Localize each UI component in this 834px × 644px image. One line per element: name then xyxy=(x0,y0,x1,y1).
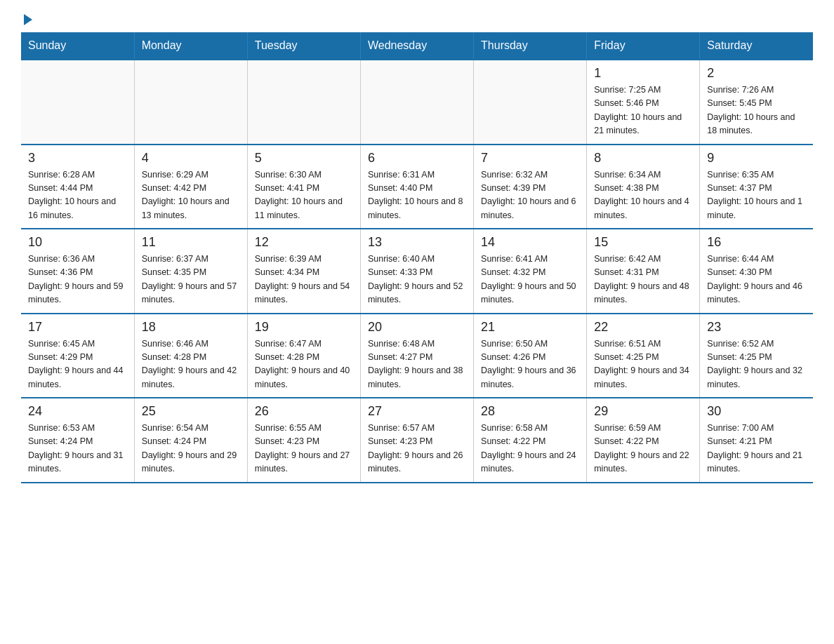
day-info: Sunrise: 6:44 AM Sunset: 4:30 PM Dayligh… xyxy=(707,253,806,307)
calendar-cell: 7Sunrise: 6:32 AM Sunset: 4:39 PM Daylig… xyxy=(474,145,587,229)
day-info: Sunrise: 6:37 AM Sunset: 4:35 PM Dayligh… xyxy=(142,253,240,307)
day-number: 25 xyxy=(142,404,240,419)
calendar-row-3: 17Sunrise: 6:45 AM Sunset: 4:29 PM Dayli… xyxy=(21,314,813,398)
calendar-row-0: 1Sunrise: 7:25 AM Sunset: 5:46 PM Daylig… xyxy=(21,60,813,145)
calendar-cell: 4Sunrise: 6:29 AM Sunset: 4:42 PM Daylig… xyxy=(134,145,247,229)
calendar-cell: 25Sunrise: 6:54 AM Sunset: 4:24 PM Dayli… xyxy=(134,398,247,483)
calendar-cell: 5Sunrise: 6:30 AM Sunset: 4:41 PM Daylig… xyxy=(247,145,360,229)
day-info: Sunrise: 6:34 AM Sunset: 4:38 PM Dayligh… xyxy=(594,168,692,223)
calendar-cell: 21Sunrise: 6:50 AM Sunset: 4:26 PM Dayli… xyxy=(474,314,587,398)
day-number: 1 xyxy=(594,66,692,81)
day-number: 3 xyxy=(28,151,127,166)
day-info: Sunrise: 6:53 AM Sunset: 4:24 PM Dayligh… xyxy=(28,422,127,476)
calendar-cell xyxy=(474,60,587,145)
logo xyxy=(21,14,32,25)
day-info: Sunrise: 6:45 AM Sunset: 4:29 PM Dayligh… xyxy=(28,337,127,392)
weekday-header-friday: Friday xyxy=(587,32,700,60)
day-number: 20 xyxy=(368,320,466,335)
day-number: 8 xyxy=(594,151,692,166)
day-number: 10 xyxy=(28,235,127,250)
day-number: 19 xyxy=(255,320,353,335)
calendar-cell: 26Sunrise: 6:55 AM Sunset: 4:23 PM Dayli… xyxy=(247,398,360,483)
day-number: 18 xyxy=(142,320,240,335)
calendar-cell: 30Sunrise: 7:00 AM Sunset: 4:21 PM Dayli… xyxy=(700,398,813,483)
calendar-cell: 15Sunrise: 6:42 AM Sunset: 4:31 PM Dayli… xyxy=(587,229,700,314)
weekday-header-wednesday: Wednesday xyxy=(360,32,473,60)
day-number: 30 xyxy=(707,404,806,419)
calendar-cell: 3Sunrise: 6:28 AM Sunset: 4:44 PM Daylig… xyxy=(21,145,134,229)
calendar-cell: 12Sunrise: 6:39 AM Sunset: 4:34 PM Dayli… xyxy=(247,229,360,314)
calendar-cell xyxy=(360,60,473,145)
calendar-cell: 8Sunrise: 6:34 AM Sunset: 4:38 PM Daylig… xyxy=(587,145,700,229)
day-info: Sunrise: 6:51 AM Sunset: 4:25 PM Dayligh… xyxy=(594,337,692,392)
day-number: 24 xyxy=(28,404,127,419)
day-number: 23 xyxy=(707,320,806,335)
calendar-cell: 20Sunrise: 6:48 AM Sunset: 4:27 PM Dayli… xyxy=(360,314,473,398)
weekday-header-sunday: Sunday xyxy=(21,32,134,60)
day-number: 17 xyxy=(28,320,127,335)
day-number: 15 xyxy=(594,235,692,250)
day-number: 27 xyxy=(368,404,466,419)
calendar-cell: 28Sunrise: 6:58 AM Sunset: 4:22 PM Dayli… xyxy=(474,398,587,483)
day-number: 2 xyxy=(707,66,806,81)
day-number: 12 xyxy=(255,235,353,250)
day-info: Sunrise: 6:40 AM Sunset: 4:33 PM Dayligh… xyxy=(368,253,466,307)
calendar-row-1: 3Sunrise: 6:28 AM Sunset: 4:44 PM Daylig… xyxy=(21,145,813,229)
day-info: Sunrise: 7:26 AM Sunset: 5:45 PM Dayligh… xyxy=(707,83,806,138)
day-number: 28 xyxy=(481,404,579,419)
day-number: 13 xyxy=(368,235,466,250)
calendar-cell: 17Sunrise: 6:45 AM Sunset: 4:29 PM Dayli… xyxy=(21,314,134,398)
calendar-cell: 9Sunrise: 6:35 AM Sunset: 4:37 PM Daylig… xyxy=(700,145,813,229)
weekday-header-monday: Monday xyxy=(134,32,247,60)
day-info: Sunrise: 6:35 AM Sunset: 4:37 PM Dayligh… xyxy=(707,168,806,223)
day-info: Sunrise: 7:25 AM Sunset: 5:46 PM Dayligh… xyxy=(594,83,692,138)
day-info: Sunrise: 6:39 AM Sunset: 4:34 PM Dayligh… xyxy=(255,253,353,307)
calendar-cell xyxy=(134,60,247,145)
day-number: 11 xyxy=(142,235,240,250)
calendar-cell: 19Sunrise: 6:47 AM Sunset: 4:28 PM Dayli… xyxy=(247,314,360,398)
calendar-cell xyxy=(247,60,360,145)
day-number: 4 xyxy=(142,151,240,166)
day-number: 29 xyxy=(594,404,692,419)
calendar-cell: 24Sunrise: 6:53 AM Sunset: 4:24 PM Dayli… xyxy=(21,398,134,483)
calendar-row-4: 24Sunrise: 6:53 AM Sunset: 4:24 PM Dayli… xyxy=(21,398,813,483)
calendar-row-2: 10Sunrise: 6:36 AM Sunset: 4:36 PM Dayli… xyxy=(21,229,813,314)
logo-arrow-icon xyxy=(24,14,32,25)
calendar-cell: 22Sunrise: 6:51 AM Sunset: 4:25 PM Dayli… xyxy=(587,314,700,398)
day-number: 7 xyxy=(481,151,579,166)
calendar-cell: 6Sunrise: 6:31 AM Sunset: 4:40 PM Daylig… xyxy=(360,145,473,229)
day-info: Sunrise: 6:50 AM Sunset: 4:26 PM Dayligh… xyxy=(481,337,579,392)
day-number: 6 xyxy=(368,151,466,166)
calendar-cell xyxy=(21,60,134,145)
calendar-cell: 18Sunrise: 6:46 AM Sunset: 4:28 PM Dayli… xyxy=(134,314,247,398)
calendar-cell: 1Sunrise: 7:25 AM Sunset: 5:46 PM Daylig… xyxy=(587,60,700,145)
day-info: Sunrise: 6:42 AM Sunset: 4:31 PM Dayligh… xyxy=(594,253,692,307)
day-info: Sunrise: 6:36 AM Sunset: 4:36 PM Dayligh… xyxy=(28,253,127,307)
weekday-header-saturday: Saturday xyxy=(700,32,813,60)
day-info: Sunrise: 6:31 AM Sunset: 4:40 PM Dayligh… xyxy=(368,168,466,223)
calendar-cell: 27Sunrise: 6:57 AM Sunset: 4:23 PM Dayli… xyxy=(360,398,473,483)
calendar-cell: 23Sunrise: 6:52 AM Sunset: 4:25 PM Dayli… xyxy=(700,314,813,398)
day-number: 22 xyxy=(594,320,692,335)
calendar-table: SundayMondayTuesdayWednesdayThursdayFrid… xyxy=(21,32,813,483)
day-number: 9 xyxy=(707,151,806,166)
day-info: Sunrise: 6:55 AM Sunset: 4:23 PM Dayligh… xyxy=(255,422,353,476)
day-info: Sunrise: 6:59 AM Sunset: 4:22 PM Dayligh… xyxy=(594,422,692,476)
calendar-cell: 16Sunrise: 6:44 AM Sunset: 4:30 PM Dayli… xyxy=(700,229,813,314)
day-info: Sunrise: 6:48 AM Sunset: 4:27 PM Dayligh… xyxy=(368,337,466,392)
day-info: Sunrise: 6:58 AM Sunset: 4:22 PM Dayligh… xyxy=(481,422,579,476)
calendar-cell: 13Sunrise: 6:40 AM Sunset: 4:33 PM Dayli… xyxy=(360,229,473,314)
day-info: Sunrise: 6:54 AM Sunset: 4:24 PM Dayligh… xyxy=(142,422,240,476)
day-info: Sunrise: 6:29 AM Sunset: 4:42 PM Dayligh… xyxy=(142,168,240,223)
weekday-header-thursday: Thursday xyxy=(474,32,587,60)
weekday-header-row: SundayMondayTuesdayWednesdayThursdayFrid… xyxy=(21,32,813,60)
calendar-cell: 14Sunrise: 6:41 AM Sunset: 4:32 PM Dayli… xyxy=(474,229,587,314)
calendar-cell: 29Sunrise: 6:59 AM Sunset: 4:22 PM Dayli… xyxy=(587,398,700,483)
day-number: 21 xyxy=(481,320,579,335)
day-info: Sunrise: 6:28 AM Sunset: 4:44 PM Dayligh… xyxy=(28,168,127,223)
weekday-header-tuesday: Tuesday xyxy=(247,32,360,60)
calendar-cell: 2Sunrise: 7:26 AM Sunset: 5:45 PM Daylig… xyxy=(700,60,813,145)
calendar-cell: 10Sunrise: 6:36 AM Sunset: 4:36 PM Dayli… xyxy=(21,229,134,314)
day-info: Sunrise: 6:41 AM Sunset: 4:32 PM Dayligh… xyxy=(481,253,579,307)
day-info: Sunrise: 6:52 AM Sunset: 4:25 PM Dayligh… xyxy=(707,337,806,392)
